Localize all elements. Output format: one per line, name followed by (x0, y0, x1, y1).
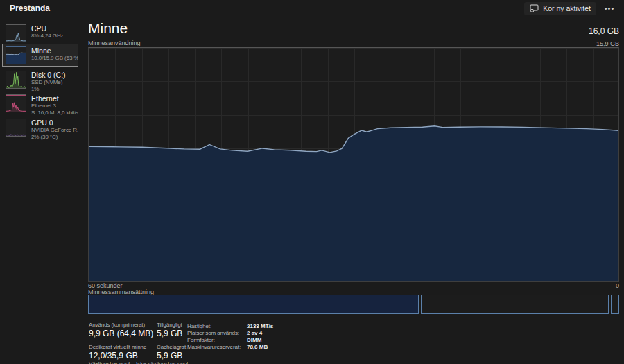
sidebar-item-memory[interactable]: Minne 10,0/15,9 GB (63 %) (2, 44, 78, 67)
stat-nonpaged-pool-label: Icke-växlingsbar pool (136, 361, 188, 364)
total-memory-label: 16,0 GB (589, 26, 619, 36)
detail-speed: Hastighet: 2133 MT/s (187, 323, 273, 329)
performance-sidebar: CPU 8% 4,24 GHz Minne 10,0/15,9 GB (63 %… (0, 17, 83, 364)
detail-slots-value: 2 av 4 (247, 330, 262, 336)
composition-segment-standby (421, 295, 609, 314)
detail-hw-reserved-label: Maskinvarureserverat: (187, 344, 247, 350)
chart-max-label: 15,9 GB (596, 40, 619, 47)
more-options-button[interactable]: ••• (600, 2, 618, 15)
stat-committed-value: 12,0/35,9 GB (89, 351, 138, 361)
memory-composition-bar (88, 295, 619, 314)
stat-cached-value: 5,9 GB (157, 351, 182, 361)
sidebar-item-disk[interactable]: Disk 0 (C:) SSD (NVMe) 1% (2, 68, 78, 91)
sidebar-cpu-title: CPU (31, 24, 63, 33)
sidebar-gpu-usage: 2% (39 °C) (31, 134, 78, 141)
composition-segment-in-use (88, 295, 419, 314)
top-bar: Prestanda Kör ny aktivitet ••• (0, 0, 624, 17)
sidebar-item-gpu[interactable]: GPU 0 NVIDIA GeForce R... 2% (39 °C) (2, 116, 78, 139)
sidebar-memory-title: Minne (31, 46, 78, 55)
run-new-task-label: Kör ny aktivitet (543, 4, 591, 12)
sidebar-ethernet-name: Ethernet 3 (31, 103, 78, 110)
stat-committed-label: Dedikerat virtuellt minne (89, 344, 146, 350)
sidebar-gpu-title: GPU 0 (31, 119, 78, 127)
cpu-sparkline-chart (6, 24, 26, 42)
memory-usage-chart (88, 47, 619, 282)
stat-available-label: Tillgängligt (157, 322, 182, 328)
stat-available-value: 5,9 GB (157, 329, 182, 338)
composition-segment-free (611, 295, 619, 314)
detail-slots: Platser som används: 2 av 4 (187, 330, 262, 336)
detail-slots-label: Platser som används: (187, 330, 247, 336)
detail-speed-label: Hastighet: (187, 323, 247, 329)
gpu-sparkline-chart (6, 119, 26, 137)
detail-hw-reserved: Maskinvarureserverat: 78,6 MB (187, 344, 268, 350)
sidebar-item-cpu[interactable]: CPU 8% 4,24 GHz (2, 21, 78, 44)
run-new-task-button[interactable]: Kör ny aktivitet (524, 2, 596, 15)
run-new-task-icon (530, 4, 539, 12)
x-axis-right-label: 0 (616, 282, 619, 289)
ethernet-sparkline-chart (6, 94, 26, 112)
stat-in-use-value: 9,9 GB (64,4 MB) (89, 329, 153, 338)
detail-form-factor-value: DIMM (247, 337, 261, 343)
stat-in-use-label: Används (komprimerat) (89, 322, 145, 328)
ellipsis-icon: ••• (605, 4, 615, 12)
memory-sparkline-chart (6, 46, 26, 64)
sidebar-memory-stats: 10,0/15,9 GB (63 %) (31, 55, 78, 62)
memory-title: Minne (88, 20, 128, 37)
memory-detail-panel: Minne 16,0 GB Minnesanvändning 15,9 GB 6… (83, 17, 624, 364)
detail-speed-value: 2133 MT/s (247, 323, 273, 329)
task-manager-performance-window: Prestanda Kör ny aktivitet ••• (0, 0, 624, 364)
sidebar-disk-title: Disk 0 (C:) (31, 71, 66, 79)
sidebar-ethernet-title: Ethernet (31, 94, 78, 103)
detail-hw-reserved-value: 78,6 MB (247, 344, 268, 350)
sidebar-item-ethernet[interactable]: Ethernet Ethernet 3 S: 16,0 M: 8,0 kbit/… (2, 92, 78, 114)
sidebar-cpu-stats: 8% 4,24 GHz (31, 33, 63, 40)
stat-cached-label: Cachelagrat (157, 344, 186, 350)
sidebar-disk-type: SSD (NVMe) (31, 79, 66, 86)
sidebar-gpu-name: NVIDIA GeForce R... (31, 127, 78, 134)
memory-usage-caption: Minnesanvändning (88, 40, 141, 46)
detail-form-factor: Formfaktor: DIMM (187, 337, 261, 343)
stat-paged-pool-label: Växlingsbar pool (89, 361, 130, 364)
disk-sparkline-chart (6, 71, 26, 89)
page-heading: Prestanda (10, 3, 50, 13)
detail-form-factor-label: Formfaktor: (187, 337, 247, 343)
sidebar-ethernet-throughput: S: 16,0 M: 8,0 kbit/s (31, 110, 78, 116)
